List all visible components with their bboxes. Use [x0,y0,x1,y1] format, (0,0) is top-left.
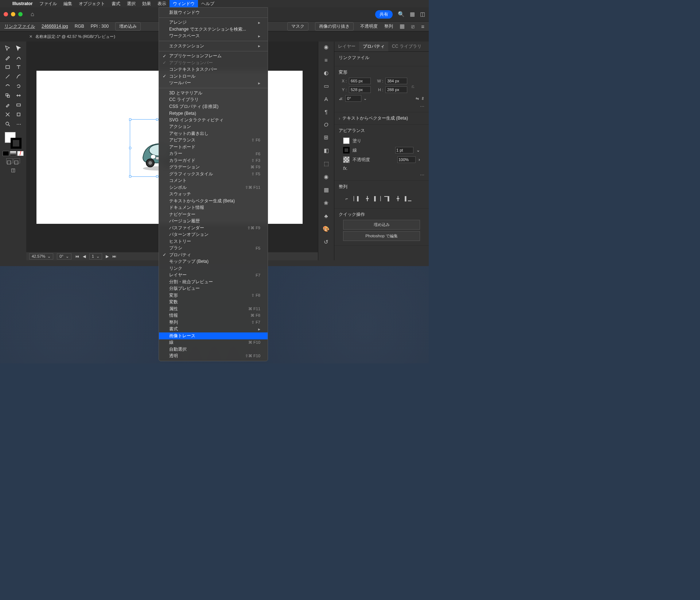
menu-item[interactable]: アセットの書き出し [159,130,268,137]
menu-item[interactable]: スウォッチ [159,191,268,198]
menu-item[interactable]: パターンオプション [159,231,268,238]
menu-item[interactable]: ドキュメント情報 [159,204,268,211]
align-top-icon[interactable]: ▔▌ [384,195,391,202]
menu-表示[interactable]: 表示 [154,0,170,7]
minimize-icon[interactable] [11,12,15,16]
last-page-icon[interactable]: ⏭ [112,254,116,258]
opentype-panel-icon[interactable]: O [324,121,328,128]
pen-tool[interactable] [3,53,13,62]
menu-item[interactable]: パスファインダー⇧⌘ F9 [159,225,268,231]
menu-item[interactable]: Exchange でエクステンションを検索... [159,26,268,33]
curvature-tool[interactable] [13,53,24,62]
gradient-mode-swatch[interactable] [10,151,16,156]
menu-item[interactable]: ワークスペース▸ [159,33,268,40]
w-input[interactable] [385,78,407,84]
menu-item[interactable]: 属性⌘ F11 [159,305,268,312]
menu-item[interactable]: 透明⇧⌘ F10 [159,353,268,360]
menu-item[interactable]: エクステンション▸ [159,43,268,50]
flip-v-icon[interactable]: ⥯ [421,96,424,101]
color-mode-swatch[interactable] [3,151,9,156]
align-right-icon[interactable]: ▌▕ [374,195,381,202]
menu-item[interactable]: CSS プロパティ (非推奨) [159,103,268,110]
artboard-tool[interactable] [13,110,24,119]
anchor-icon[interactable]: ⌐ [343,195,350,202]
transform-panel-icon[interactable]: ⬚ [324,160,329,167]
menu-item[interactable]: 分版プレビュー [159,285,268,292]
appearance-more-icon[interactable]: ⋯ [339,172,424,178]
type-tool[interactable] [13,63,24,71]
menu-item[interactable]: 3D とマテリアル [159,90,268,97]
panel-tab-1[interactable]: プロパティ [359,42,388,51]
draw-normal[interactable]: ◻ [6,158,13,163]
x-input[interactable] [349,78,371,84]
menu-書式[interactable]: 書式 [108,0,124,7]
align-vcenter-icon[interactable]: ╋ [394,195,401,202]
menu-item[interactable]: Retype (Beta) [159,110,268,117]
edit-in-ps-button[interactable]: Photoshop で編集 [343,231,420,241]
menu-item[interactable]: ヒストリー [159,238,268,245]
share-button[interactable]: 共有 [375,10,393,19]
align-panel-icon[interactable]: ⊞ [324,134,328,141]
menu-item[interactable]: シンボル⇧⌘ F11 [159,184,268,191]
fx-label[interactable]: fx. [343,166,348,171]
menu-item[interactable]: モックアップ (Beta) [159,258,268,265]
menu-編集[interactable]: 編集 [60,0,75,7]
pathfinder-panel-icon[interactable]: ◧ [324,147,329,154]
menu-オブジェクト[interactable]: オブジェクト [75,0,108,7]
menu-item[interactable]: 線⌘ F10 [159,339,268,346]
menu-item[interactable]: 書式▸ [159,326,268,333]
rectangle-tool[interactable] [3,63,13,71]
stroke-swatch[interactable] [343,147,350,153]
menu-item[interactable]: グラフィックスタイル⇧ F5 [159,171,268,178]
slice-tool[interactable] [3,110,13,119]
align-left-icon[interactable]: ▏▌ [353,195,361,202]
none-mode-swatch[interactable]: / [17,151,24,156]
menu-効果[interactable]: 効果 [139,0,154,7]
h-input[interactable] [385,86,407,93]
menu-item[interactable]: リンク [159,265,268,272]
more-options-icon[interactable]: ⋯ [339,104,424,109]
menu-item[interactable]: 情報⌘ F8 [159,312,268,319]
opacity-label[interactable]: 不透明度 [360,23,378,30]
zoom-dropdown[interactable]: 42.57%⌄ [29,253,53,260]
menu-item[interactable]: SVG インタラクティビティ [159,117,268,124]
brush-tool[interactable] [13,72,24,81]
tab-title[interactable]: 名称未設定-1* @ 42.57 % (RGB/プレビュー) [35,34,115,39]
menu-item[interactable]: バージョン履歴 [159,218,268,225]
text-to-vector-section[interactable]: › テキストからベクター生成 (Beta) [334,112,429,125]
menu-item[interactable]: ✓プロパティ [159,252,268,258]
angle-input[interactable] [345,95,361,102]
history-panel-icon[interactable]: ↺ [324,239,328,245]
menu-item[interactable]: 画像トレース [159,332,268,339]
tab-close-icon[interactable]: ✕ [29,34,32,39]
menu-ファイル[interactable]: ファイル [36,0,60,7]
page-dropdown[interactable]: 1⌄ [89,253,102,260]
menu-item[interactable]: アクション [159,124,268,130]
panel-tab-0[interactable]: レイヤー [334,42,359,51]
close-icon[interactable] [4,12,8,16]
y-input[interactable] [349,86,371,93]
fill-swatch[interactable] [343,137,350,144]
menu-ヘルプ[interactable]: ヘルプ [198,0,218,7]
crop-button[interactable]: 画像の切り抜き [315,22,354,31]
stroke-dropdown-icon[interactable]: ⌄ [416,148,420,153]
symbols-panel-icon[interactable]: ❀ [324,200,328,206]
first-page-icon[interactable]: ⏮ [75,254,79,258]
align-label[interactable]: 整列 [384,23,393,30]
more-tools[interactable]: ⋯ [13,120,24,128]
stroke-weight-input[interactable] [395,147,413,153]
menu-item[interactable]: ツールバー▸ [159,80,268,87]
flip-h-icon[interactable]: ⇋ [416,96,419,101]
opacity-arrow-icon[interactable]: › [419,157,420,162]
color-panel-icon[interactable]: ◉ [324,44,328,50]
menu-item[interactable]: レイヤーF7 [159,272,268,279]
type-panel-icon[interactable]: A [324,96,328,102]
menu-item[interactable]: 変数 [159,299,268,306]
scale-tool[interactable] [3,91,13,100]
opacity-swatch[interactable] [343,156,350,163]
search-icon[interactable]: 🔍 [398,11,405,17]
rotate-tool[interactable] [13,82,24,90]
zoom-tool[interactable] [3,120,13,128]
workspace-icon[interactable]: ◫ [420,11,425,17]
mask-button[interactable]: マスク [287,22,308,31]
